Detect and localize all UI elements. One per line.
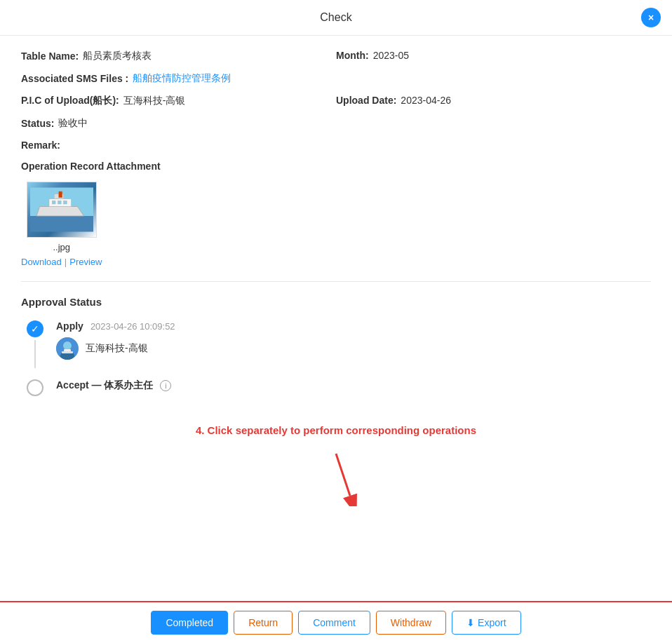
- dialog-body: Table Name: 船员素质考核表 Month: 2023-05 Assoc…: [0, 36, 672, 601]
- apply-user-row: 互海科技-高银: [56, 337, 651, 360]
- upload-date-value: 2023-04-26: [401, 95, 451, 106]
- accept-icon-area: [21, 379, 49, 396]
- month-field: Month: 2023-05: [336, 50, 651, 61]
- attachment-filename: ..jpg: [53, 242, 70, 252]
- avatar-icon: [56, 337, 79, 360]
- info-icon[interactable]: i: [160, 380, 171, 391]
- svg-rect-5: [52, 201, 55, 204]
- completed-button[interactable]: Completed: [151, 611, 228, 635]
- return-button[interactable]: Return: [234, 611, 293, 635]
- status-value: 验收中: [58, 117, 88, 130]
- upload-date-field: Upload Date: 2023-04-26: [336, 95, 651, 106]
- comment-button[interactable]: Comment: [298, 611, 370, 635]
- attachment-actions: Download | Preview: [21, 257, 102, 267]
- dialog-title: Check: [320, 11, 351, 24]
- withdraw-button[interactable]: Withdraw: [376, 611, 446, 635]
- download-link[interactable]: Download: [21, 257, 62, 267]
- svg-point-10: [63, 341, 72, 350]
- preview-link[interactable]: Preview: [69, 257, 102, 267]
- month-value: 2023-05: [373, 50, 409, 61]
- sms-field: Associated SMS Files : 船舶疫情防控管理条例: [21, 72, 651, 85]
- pic-label: P.I.C of Upload(船长):: [21, 95, 119, 107]
- pic-field: P.I.C of Upload(船长): 互海科技-高银: [21, 95, 336, 107]
- remark-field: Remark:: [21, 140, 651, 151]
- close-button[interactable]: ×: [641, 8, 661, 27]
- arrow-icon: [315, 450, 357, 506]
- info-row-status: Status: 验收中: [21, 117, 651, 130]
- upload-date-label: Upload Date:: [336, 95, 396, 106]
- info-row-pic-date: P.I.C of Upload(船长): 互海科技-高银 Upload Date…: [21, 95, 651, 107]
- table-name-value: 船员素质考核表: [83, 50, 152, 62]
- apply-check-icon: ✓: [27, 320, 43, 337]
- apply-step-time: 2023-04-26 10:09:52: [90, 321, 175, 332]
- svg-rect-8: [58, 191, 62, 198]
- apply-step-header: Apply 2023-04-26 10:09:52: [56, 320, 651, 332]
- approval-connector-line: [34, 340, 36, 368]
- annotation-area: 4. Click separately to perform correspon…: [21, 410, 651, 548]
- pic-value: 互海科技-高银: [123, 95, 186, 107]
- info-row-remark: Remark:: [21, 140, 651, 151]
- approval-section: Approval Status ✓ Apply 2023-04-26 10:09…: [21, 282, 651, 396]
- dialog-header: Check ×: [0, 0, 672, 36]
- accept-step-name: Accept — 体系办主任: [56, 379, 153, 392]
- attachment-label: Operation Record Attachment: [21, 161, 651, 172]
- svg-rect-12: [62, 351, 73, 353]
- svg-rect-13: [64, 349, 71, 351]
- svg-rect-6: [58, 201, 61, 204]
- accept-step-header: Accept — 体系办主任 i: [56, 379, 651, 392]
- month-label: Month:: [336, 50, 369, 61]
- annotation-text: 4. Click separately to perform correspon…: [21, 424, 651, 436]
- check-dialog: Check × Table Name: 船员素质考核表 Month: 2023-…: [0, 0, 672, 643]
- remark-label: Remark:: [21, 140, 60, 151]
- accept-empty-icon: [27, 379, 43, 396]
- svg-rect-1: [30, 216, 93, 232]
- approval-step-apply: ✓ Apply 2023-04-26 10:09:52: [21, 320, 651, 368]
- info-row-sms: Associated SMS Files : 船舶疫情防控管理条例: [21, 72, 651, 85]
- accept-content: Accept — 体系办主任 i: [56, 379, 651, 392]
- table-name-field: Table Name: 船员素质考核表: [21, 50, 336, 62]
- info-section: Table Name: 船员素质考核表 Month: 2023-05 Assoc…: [21, 50, 651, 282]
- svg-rect-7: [63, 201, 67, 204]
- export-button[interactable]: ⬇ Export: [452, 611, 520, 635]
- info-row-table-month: Table Name: 船员素质考核表 Month: 2023-05: [21, 50, 651, 62]
- attachment-thumbnail: [27, 182, 97, 238]
- sms-label: Associated SMS Files :: [21, 73, 128, 84]
- apply-icon-area: ✓: [21, 320, 49, 368]
- dialog-footer: Completed Return Comment Withdraw ⬇ Expo…: [0, 601, 672, 643]
- apply-content: Apply 2023-04-26 10:09:52: [56, 320, 651, 360]
- arrow-container: [21, 450, 651, 506]
- apply-step-name: Apply: [56, 320, 83, 332]
- svg-marker-2: [36, 207, 84, 217]
- svg-line-15: [336, 454, 350, 496]
- apply-user-name: 互海科技-高银: [86, 342, 148, 355]
- user-avatar: [56, 337, 79, 360]
- attachment-divider: |: [65, 257, 67, 267]
- attachment-section: Operation Record Attachment: [21, 161, 651, 267]
- status-field: Status: 验收中: [21, 117, 651, 130]
- table-name-label: Table Name:: [21, 50, 79, 62]
- approval-step-accept: Accept — 体系办主任 i: [21, 379, 651, 396]
- approval-title: Approval Status: [21, 296, 651, 308]
- status-label: Status:: [21, 118, 54, 129]
- attachment-item: ..jpg Download | Preview: [21, 182, 102, 267]
- ship-image: [30, 185, 93, 234]
- sms-link[interactable]: 船舶疫情防控管理条例: [133, 72, 231, 85]
